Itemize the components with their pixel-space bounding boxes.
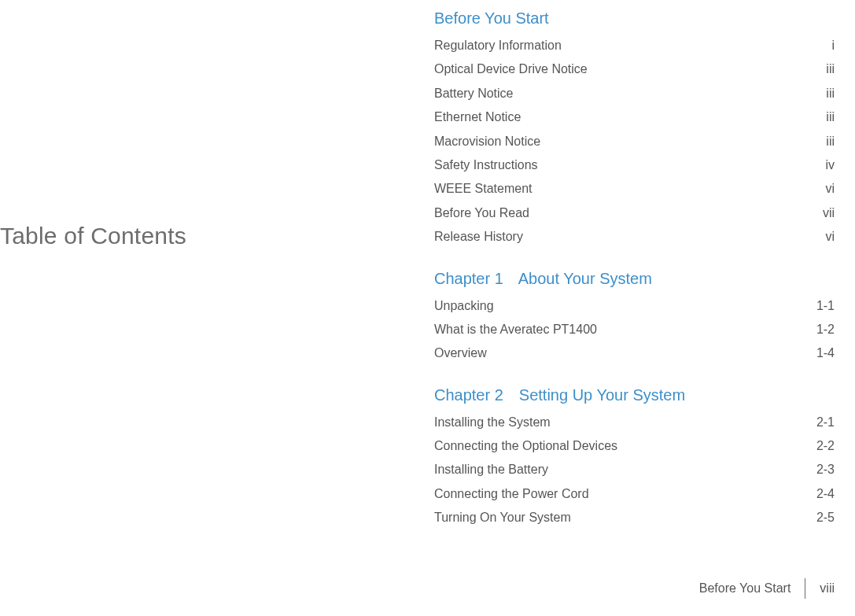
toc-entry-page: vi bbox=[795, 177, 835, 201]
toc-section-chapter-1: Chapter 1 About Your System Unpacking 1-… bbox=[434, 270, 835, 366]
left-pane: Table of Contents bbox=[0, 0, 434, 616]
toc-entry-page: 2-4 bbox=[795, 482, 835, 506]
toc-entry-page: 1-1 bbox=[795, 294, 835, 318]
toc-entry-label: Macrovision Notice bbox=[434, 130, 795, 153]
section-heading: Chapter 2 Setting Up Your System bbox=[434, 386, 835, 404]
toc-entry-label: WEEE Statement bbox=[434, 177, 795, 201]
toc-entry: Connecting the Optional Devices 2-2 bbox=[434, 434, 835, 458]
toc-entry-label: Installing the Battery bbox=[434, 458, 795, 481]
toc-entry-page: iv bbox=[795, 153, 835, 177]
toc-entry: Installing the System 2-1 bbox=[434, 411, 835, 434]
toc-entry: Battery Notice iii bbox=[434, 82, 835, 105]
toc-entry-page: 2-1 bbox=[795, 411, 835, 434]
page-title: Table of Contents bbox=[0, 223, 186, 249]
toc-entry: Connecting the Power Cord 2-4 bbox=[434, 482, 835, 506]
section-heading: Chapter 1 About Your System bbox=[434, 270, 835, 288]
toc-entry: Ethernet Notice iii bbox=[434, 105, 835, 129]
page-footer: Before You Start viii bbox=[699, 578, 855, 599]
toc-entry-label: Safety Instructions bbox=[434, 153, 795, 177]
toc-entry-label: Overview bbox=[434, 341, 795, 365]
toc-entry-page: i bbox=[795, 34, 835, 57]
footer-page-number: viii bbox=[805, 581, 855, 596]
toc-entry-page: vi bbox=[795, 225, 835, 249]
toc-entry: Overview 1-4 bbox=[434, 341, 835, 365]
toc-entry-label: Before You Read bbox=[434, 201, 795, 225]
toc-entry: Macrovision Notice iii bbox=[434, 130, 835, 153]
toc-entry-label: Turning On Your System bbox=[434, 506, 795, 529]
toc-entry: Before You Read vii bbox=[434, 201, 835, 225]
toc-section-before-you-start: Before You Start Regulatory Information … bbox=[434, 9, 835, 249]
toc-entry-label: Release History bbox=[434, 225, 795, 249]
toc-entry-page: 2-5 bbox=[795, 506, 835, 529]
toc-entry: Optical Device Drive Notice iii bbox=[434, 57, 835, 81]
toc-entry: Regulatory Information i bbox=[434, 34, 835, 57]
toc-entry: Safety Instructions iv bbox=[434, 153, 835, 177]
toc-entry-page: iii bbox=[795, 105, 835, 129]
toc-entry-label: Connecting the Power Cord bbox=[434, 482, 795, 506]
toc-entry-label: Regulatory Information bbox=[434, 34, 795, 57]
toc-entry-label: What is the Averatec PT1400 bbox=[434, 318, 795, 341]
toc-entry: Installing the Battery 2-3 bbox=[434, 458, 835, 481]
toc-entry-page: 1-2 bbox=[795, 318, 835, 341]
toc-entry-page: iii bbox=[795, 57, 835, 81]
toc-entry-label: Installing the System bbox=[434, 411, 795, 434]
toc-entry-label: Battery Notice bbox=[434, 82, 795, 105]
toc-entry-page: iii bbox=[795, 82, 835, 105]
toc-entry: What is the Averatec PT1400 1-2 bbox=[434, 318, 835, 341]
toc-section-chapter-2: Chapter 2 Setting Up Your System Install… bbox=[434, 386, 835, 530]
toc-listing: Before You Start Regulatory Information … bbox=[434, 0, 855, 616]
toc-entry: Turning On Your System 2-5 bbox=[434, 506, 835, 529]
toc-entry-label: Optical Device Drive Notice bbox=[434, 57, 795, 81]
toc-entry-page: vii bbox=[795, 201, 835, 225]
toc-entry-page: iii bbox=[795, 130, 835, 153]
toc-entry-page: 1-4 bbox=[795, 341, 835, 365]
toc-entry: Unpacking 1-1 bbox=[434, 294, 835, 318]
toc-entry-page: 2-2 bbox=[795, 434, 835, 458]
toc-entry-label: Connecting the Optional Devices bbox=[434, 434, 795, 458]
toc-entry: WEEE Statement vi bbox=[434, 177, 835, 201]
section-heading: Before You Start bbox=[434, 9, 835, 28]
footer-section-name: Before You Start bbox=[699, 581, 805, 596]
toc-entry-label: Ethernet Notice bbox=[434, 105, 795, 129]
toc-entry-label: Unpacking bbox=[434, 294, 795, 318]
toc-entry-page: 2-3 bbox=[795, 458, 835, 481]
toc-entry: Release History vi bbox=[434, 225, 835, 249]
